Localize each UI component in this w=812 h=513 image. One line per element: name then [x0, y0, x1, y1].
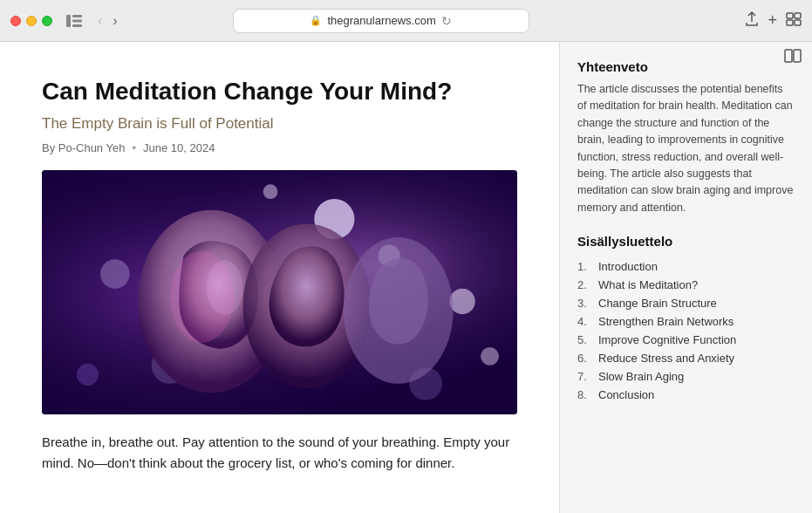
- back-button[interactable]: ‹: [94, 11, 106, 31]
- toc-number: 8.: [577, 388, 593, 401]
- svg-point-15: [449, 288, 474, 313]
- svg-rect-7: [795, 20, 801, 25]
- reload-button[interactable]: ↻: [441, 14, 452, 28]
- toc-item[interactable]: 3.Change Brain Structure: [577, 294, 795, 312]
- article-byline: By Po-Chun Yeh • June 10, 2024: [42, 141, 517, 154]
- toc-item[interactable]: 2.What is Meditation?: [577, 276, 795, 294]
- browser-chrome: ‹ › 🔒 thegranularnews.com ↻ +: [0, 0, 812, 42]
- svg-point-13: [100, 259, 130, 289]
- toc-text: Introduction: [598, 260, 658, 273]
- toc-text: Conclusion: [598, 388, 654, 401]
- toc-list: 1.Introduction2.What is Meditation?3.Cha…: [577, 257, 795, 404]
- toc-number: 2.: [577, 278, 593, 291]
- traffic-lights: [10, 16, 52, 26]
- svg-rect-1: [72, 15, 82, 17]
- toc-number: 5.: [577, 333, 593, 346]
- nav-buttons: ‹ ›: [94, 11, 121, 31]
- svg-rect-5: [795, 13, 801, 18]
- summary-text: The article discusses the potential bene…: [577, 81, 795, 216]
- toc-text: Reduce Stress and Anxiety: [598, 352, 734, 365]
- svg-rect-3: [72, 24, 82, 27]
- summary-label: Yhteenveto: [577, 59, 795, 74]
- toc-item[interactable]: 8.Conclusion: [577, 386, 795, 404]
- forward-button[interactable]: ›: [109, 11, 120, 31]
- article-author: By Po-Chun Yeh: [42, 141, 125, 154]
- svg-rect-2: [72, 19, 82, 22]
- svg-point-16: [77, 363, 99, 385]
- toc-text: Slow Brain Aging: [598, 370, 684, 383]
- reader-view-toggle[interactable]: [784, 49, 802, 67]
- toc-item[interactable]: 1.Introduction: [577, 257, 795, 276]
- toc-number: 1.: [577, 260, 593, 273]
- share-button[interactable]: [745, 11, 759, 30]
- article-pane[interactable]: Can Meditation Change Your Mind? The Emp…: [0, 42, 559, 513]
- toc-item[interactable]: 7.Slow Brain Aging: [577, 367, 795, 386]
- article-body-text: Breathe in, breathe out. Pay attention t…: [42, 432, 517, 474]
- svg-point-18: [263, 184, 278, 199]
- address-bar[interactable]: 🔒 thegranularnews.com ↻: [233, 9, 529, 33]
- article-hero-image: [42, 170, 517, 414]
- lock-icon: 🔒: [310, 15, 322, 26]
- toc-number: 4.: [577, 315, 593, 328]
- toc-label: Sisällysluettelo: [577, 234, 795, 249]
- toc-item[interactable]: 5.Improve Cognitive Function: [577, 331, 795, 349]
- toc-number: 6.: [577, 352, 593, 365]
- toc-text: What is Meditation?: [598, 278, 698, 291]
- article-title: Can Meditation Change Your Mind?: [42, 77, 517, 106]
- article-date: June 10, 2024: [143, 141, 215, 154]
- fullscreen-button[interactable]: [42, 16, 52, 26]
- toc-text: Improve Cognitive Function: [598, 333, 736, 346]
- toc-number: 7.: [577, 370, 593, 383]
- byline-separator: •: [132, 141, 136, 154]
- tab-overview-button[interactable]: [786, 12, 802, 30]
- minimize-button[interactable]: [26, 16, 37, 26]
- browser-actions: +: [745, 11, 802, 30]
- url-text: thegranularnews.com: [327, 14, 435, 27]
- close-button[interactable]: [10, 16, 21, 26]
- svg-rect-25: [785, 50, 792, 62]
- toc-item[interactable]: 4.Strengthen Brain Networks: [577, 312, 795, 331]
- svg-rect-6: [787, 20, 793, 25]
- svg-point-17: [481, 346, 499, 365]
- browser-content: Can Meditation Change Your Mind? The Emp…: [0, 42, 812, 513]
- toc-text: Strengthen Brain Networks: [598, 315, 734, 328]
- new-tab-button[interactable]: +: [768, 11, 777, 30]
- svg-rect-4: [787, 13, 793, 18]
- article-subtitle: The Empty Brain is Full of Potential: [42, 115, 517, 133]
- toc-item[interactable]: 6.Reduce Stress and Anxiety: [577, 349, 795, 367]
- sidebar-toggle[interactable]: [66, 14, 84, 28]
- toc-number: 3.: [577, 297, 593, 310]
- toc-text: Change Brain Structure: [598, 297, 717, 310]
- svg-rect-26: [794, 50, 801, 62]
- svg-point-24: [207, 260, 243, 315]
- reader-sidebar: Yhteenveto The article discusses the pot…: [559, 42, 812, 513]
- svg-rect-0: [66, 15, 71, 27]
